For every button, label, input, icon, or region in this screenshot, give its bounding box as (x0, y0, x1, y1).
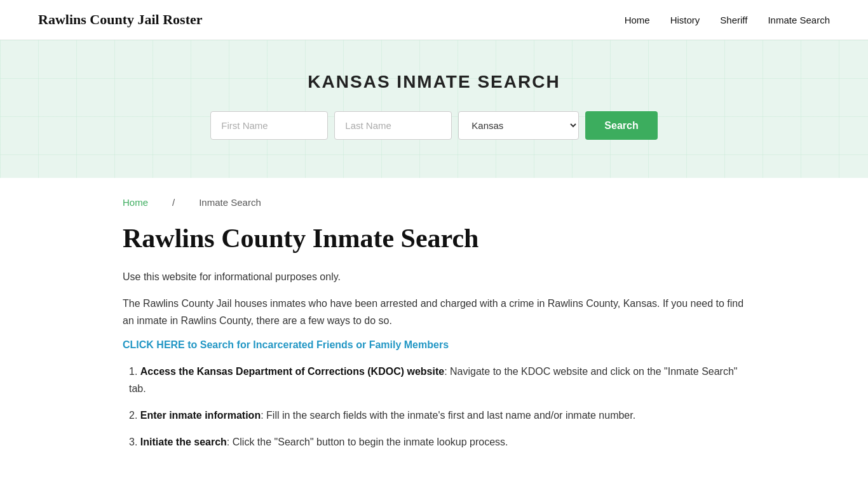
step-number: 2. (129, 410, 137, 421)
site-header: Rawlins County Jail Roster Home History … (0, 0, 868, 40)
steps-list: 1. Access the Kansas Department of Corre… (123, 363, 745, 451)
step-bold: Enter inmate information (140, 410, 261, 421)
step-number: 1. (129, 366, 137, 377)
step-item: 3. Initiate the search: Click the "Searc… (123, 434, 745, 451)
banner-title: KANSAS INMATE SEARCH (13, 72, 855, 92)
step-text: : Fill in the search fields with the inm… (261, 410, 635, 421)
breadcrumb-home[interactable]: Home (123, 197, 148, 208)
state-select[interactable]: KansasAlabamaAlaskaArizonaArkansasCalifo… (458, 111, 579, 140)
search-form: KansasAlabamaAlaskaArizonaArkansasCalifo… (13, 111, 855, 140)
step-item: 2. Enter inmate information: Fill in the… (123, 407, 745, 424)
site-title: Rawlins County Jail Roster (38, 11, 203, 28)
last-name-input[interactable] (334, 111, 452, 140)
main-nav: Home History Sheriff Inmate Search (625, 15, 830, 25)
main-content: Home / Inmate Search Rawlins County Inma… (85, 178, 783, 488)
search-button[interactable]: Search (585, 111, 657, 140)
step-bold: Access the Kansas Department of Correcti… (140, 366, 444, 377)
search-banner: KANSAS INMATE SEARCH KansasAlabamaAlaska… (0, 40, 868, 178)
nav-inmate-search[interactable]: Inmate Search (768, 15, 830, 25)
step-text: : Click the "Search" button to begin the… (227, 437, 508, 447)
nav-history[interactable]: History (670, 15, 700, 25)
paragraph-1: Use this website for informational purpo… (123, 269, 745, 285)
first-name-input[interactable] (210, 111, 328, 140)
body-text: Use this website for informational purpo… (123, 269, 745, 451)
nav-sheriff[interactable]: Sheriff (720, 15, 747, 25)
step-bold: Initiate the search (140, 437, 227, 447)
nav-home[interactable]: Home (625, 15, 650, 25)
page-title: Rawlins County Inmate Search (123, 223, 745, 254)
breadcrumb-separator: / (172, 197, 175, 208)
breadcrumb: Home / Inmate Search (123, 197, 745, 208)
step-item: 1. Access the Kansas Department of Corre… (123, 363, 745, 397)
breadcrumb-current: Inmate Search (199, 197, 261, 208)
click-here-link[interactable]: CLICK HERE to Search for Incarcerated Fr… (123, 339, 449, 351)
step-number: 3. (129, 437, 137, 447)
paragraph-2: The Rawlins County Jail houses inmates w… (123, 295, 745, 329)
